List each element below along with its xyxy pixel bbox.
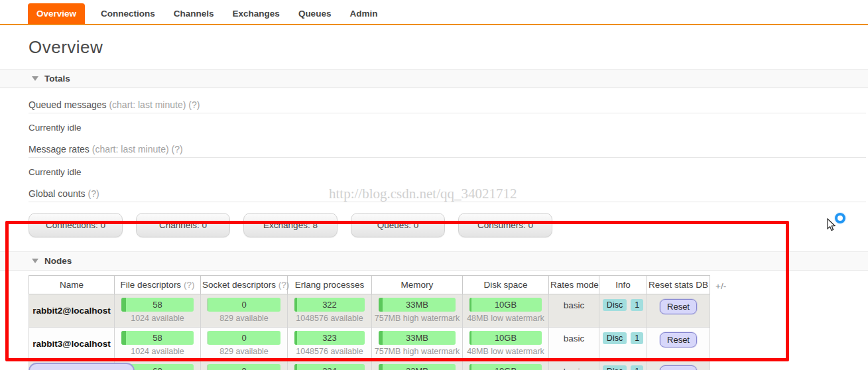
table-header-row: Name File descriptors (?) Socket descrip… bbox=[29, 276, 710, 294]
message-rates-help-link[interactable]: (?) bbox=[172, 144, 183, 154]
memory-cell: 33MB 757MB high watermark bbox=[372, 328, 463, 361]
info-cell: Disc1 bbox=[599, 328, 647, 361]
consumers-count-button[interactable]: Consumers: 0 bbox=[458, 213, 552, 237]
usage-bar: 33MB bbox=[379, 364, 456, 370]
reset-stats-cell: Reset bbox=[647, 294, 710, 328]
queued-messages-heading: Queued messages (chart: last minute) (?) bbox=[29, 99, 866, 113]
watermark-label: 757MB high watermark bbox=[372, 347, 462, 356]
reset-stats-cell: Reset bbox=[647, 361, 710, 370]
available-label: 1048576 available bbox=[288, 314, 371, 323]
tab-channels[interactable]: Channels bbox=[174, 3, 214, 24]
memory-cell: 33MB 757MB high watermark bbox=[372, 294, 463, 328]
col-header-info: Info bbox=[599, 276, 647, 294]
tab-queues[interactable]: Queues bbox=[298, 3, 332, 24]
rates-mode-cell: basic bbox=[549, 294, 599, 328]
message-rates-status: Currently idle bbox=[29, 167, 866, 177]
socket-descriptors-cell: 0 829 available bbox=[201, 328, 288, 361]
usage-bar: 0 bbox=[208, 298, 280, 312]
col-header-erlang-processes: Erlang processes bbox=[288, 276, 372, 294]
exchanges-count-button[interactable]: Exchanges: 8 bbox=[243, 213, 338, 237]
file-descriptors-cell: 58 1024 available bbox=[115, 294, 201, 328]
disk-space-cell: 10GB 48MB low watermark bbox=[463, 294, 549, 328]
queued-messages-help-link[interactable]: (?) bbox=[188, 99, 200, 110]
collapse-triangle-icon bbox=[32, 76, 38, 81]
table-row: rabbit3@localhost 58 1024 available 0 82… bbox=[29, 328, 710, 361]
queued-messages-label: Queued messages bbox=[29, 99, 107, 110]
file-descriptors-cell: 58 1024 available bbox=[115, 328, 201, 361]
socket-descriptors-cell: 0 829 available bbox=[201, 294, 288, 328]
usage-bar: 10GB bbox=[469, 331, 542, 345]
usage-bar: 0 bbox=[208, 364, 280, 370]
table-row: rabbit2@localhost 58 1024 available 0 82… bbox=[29, 294, 710, 328]
file-descriptors-help-link[interactable]: (?) bbox=[184, 280, 195, 290]
col-header-memory: Memory bbox=[372, 276, 463, 294]
reset-button[interactable]: Reset bbox=[660, 365, 697, 370]
message-rates-heading: Message rates (chart: last minute) (?) bbox=[29, 144, 866, 158]
mouse-cursor-icon bbox=[827, 218, 837, 232]
truncated-section-button[interactable] bbox=[29, 363, 135, 370]
usage-bar: 33MB bbox=[379, 298, 456, 312]
reset-button[interactable]: Reset bbox=[660, 332, 697, 347]
col-header-rates-mode: Rates mode bbox=[549, 276, 599, 294]
col-header-socket-descriptors: Socket descriptors (?) bbox=[201, 276, 288, 294]
usage-bar: 10GB bbox=[469, 298, 542, 312]
totals-section-header[interactable]: Totals bbox=[0, 69, 868, 88]
rates-mode-cell: basic bbox=[549, 361, 599, 370]
usage-bar: 323 bbox=[294, 331, 365, 345]
available-label: 829 available bbox=[201, 314, 287, 323]
collapse-triangle-icon bbox=[32, 259, 38, 263]
erlang-processes-cell: 323 1048576 available bbox=[288, 328, 372, 361]
node-name: rabbit3@localhost bbox=[29, 328, 115, 361]
disc-badge: Disc bbox=[603, 365, 627, 370]
rates-mode-cell: basic bbox=[549, 328, 599, 361]
info-cell: Disc1 bbox=[599, 294, 647, 328]
top-nav: Overview Connections Channels Exchanges … bbox=[0, 0, 868, 25]
available-label: 1024 available bbox=[115, 347, 200, 356]
usage-bar: 58 bbox=[121, 331, 194, 345]
tab-exchanges[interactable]: Exchanges bbox=[233, 3, 280, 24]
usage-bar: 322 bbox=[294, 298, 365, 312]
connections-count-button[interactable]: Connections: 0 bbox=[29, 213, 123, 237]
column-toggle-link[interactable]: +/- bbox=[715, 281, 726, 291]
count-badge: 1 bbox=[631, 365, 643, 370]
nodes-section-header[interactable]: Nodes bbox=[0, 251, 868, 271]
queued-messages-status: Currently idle bbox=[29, 123, 866, 133]
node-name: rabbit2@localhost bbox=[29, 294, 115, 328]
message-rates-chart-link[interactable]: (chart: last minute) bbox=[92, 144, 169, 154]
global-counts-help-link[interactable]: (?) bbox=[88, 188, 99, 199]
totals-section-label: Totals bbox=[44, 74, 70, 84]
tab-overview[interactable]: Overview bbox=[28, 3, 85, 24]
available-label: 1048576 available bbox=[288, 347, 371, 356]
tab-admin[interactable]: Admin bbox=[349, 3, 377, 24]
count-badge: 1 bbox=[631, 332, 643, 344]
socket-descriptors-cell: 0 829 available bbox=[201, 361, 288, 370]
disk-space-cell: 10GB 48MB low watermark bbox=[463, 328, 549, 361]
usage-bar: 0 bbox=[208, 331, 280, 345]
channels-count-button[interactable]: Channels: 0 bbox=[136, 213, 230, 237]
page-title: Overview bbox=[29, 37, 868, 58]
reset-button[interactable]: Reset bbox=[660, 299, 697, 314]
usage-bar: 10GB bbox=[469, 364, 542, 370]
available-label: 829 available bbox=[201, 347, 287, 356]
watermark-label: 757MB high watermark bbox=[372, 314, 462, 323]
info-cell: Disc1 bbox=[599, 361, 647, 370]
count-badge: 1 bbox=[631, 299, 643, 311]
usage-bar: 324 bbox=[294, 364, 365, 370]
usage-bar: 33MB bbox=[379, 331, 456, 345]
nodes-table-area: Name File descriptors (?) Socket descrip… bbox=[29, 275, 868, 370]
nodes-section-label: Nodes bbox=[44, 256, 72, 266]
watermark-label: 48MB low watermark bbox=[463, 347, 548, 356]
disc-badge: Disc bbox=[603, 332, 627, 344]
disc-badge: Disc bbox=[603, 299, 627, 311]
disk-space-cell: 10GB 48MB low watermark bbox=[463, 361, 549, 370]
col-header-file-descriptors: File descriptors (?) bbox=[115, 276, 201, 294]
erlang-processes-cell: 324 1048576 available bbox=[288, 361, 372, 370]
watermark-label: 48MB low watermark bbox=[463, 314, 548, 323]
socket-descriptors-help-link[interactable]: (?) bbox=[279, 280, 290, 290]
memory-cell: 33MB 757MB high watermark bbox=[372, 361, 463, 370]
queued-messages-chart-link[interactable]: (chart: last minute) bbox=[109, 99, 186, 110]
tab-connections[interactable]: Connections bbox=[101, 3, 155, 24]
usage-bar: 58 bbox=[121, 298, 194, 312]
queues-count-button[interactable]: Queues: 0 bbox=[351, 213, 445, 237]
col-header-reset-stats-db: Reset stats DB bbox=[647, 276, 710, 294]
